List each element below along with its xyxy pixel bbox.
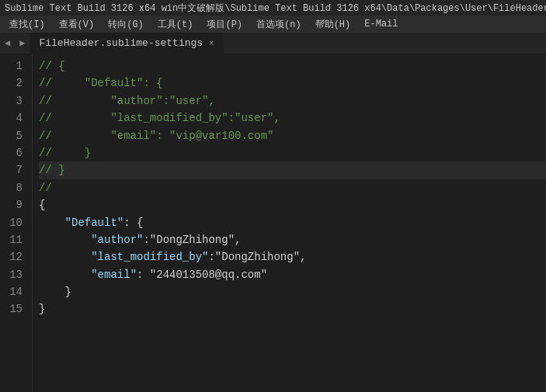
line-number: 13 [6,266,23,283]
line-number: 2 [6,75,23,92]
line-numbers: 123456789101112131415 [0,54,33,392]
tab-close-button[interactable]: × [209,39,214,48]
tab-label: FileHeader.sublime-settings [39,37,203,49]
menu-help[interactable]: 帮助(H) [309,16,357,33]
code-line: // "last_modified_by":"user", [39,109,546,127]
code-line: // "email": "vip@var100.com" [39,127,546,144]
line-number: 8 [6,179,23,196]
code-line: // [39,179,546,196]
menu-find[interactable]: 查找(I) [3,16,51,33]
line-number: 1 [6,57,23,75]
tab-fileheader[interactable]: FileHeader.sublime-settings × [30,33,224,54]
tab-nav-left[interactable]: ◀ [0,33,15,54]
line-number: 7 [6,161,23,179]
code-line: } [39,300,546,317]
code-content[interactable]: // {// "Default": {// "author":"user",//… [33,54,546,392]
title-bar: Sublime Text Build 3126 x64 win中文破解版\Sub… [0,0,546,16]
code-line: // "author":"user", [39,92,546,109]
code-line: } [39,283,546,300]
line-number: 9 [6,196,23,213]
menu-view[interactable]: 查看(V) [53,16,101,33]
menu-email[interactable]: E-Mail [358,17,404,31]
code-line: "email": "244013508@qq.com" [39,266,546,283]
line-number: 14 [6,283,23,300]
line-number: 12 [6,248,23,265]
code-line: // { [39,57,546,75]
line-number: 15 [6,300,23,317]
line-number: 10 [6,214,23,231]
line-number: 11 [6,231,23,248]
title-text: Sublime Text Build 3126 x64 win中文破解版\Sub… [5,2,546,15]
menu-project[interactable]: 项目(P) [200,16,249,33]
code-line: // "Default": { [39,75,546,92]
line-number: 4 [6,109,23,127]
line-number: 5 [6,127,23,144]
tab-nav-right[interactable]: ▶ [15,33,30,54]
menu-bar: 查找(I) 查看(V) 转向(G) 工具(t) 项目(P) 首选项(n) 帮助(… [0,16,546,33]
editor-area: 123456789101112131415 // {// "Default": … [0,54,546,392]
menu-tools[interactable]: 工具(t) [151,16,200,33]
menu-preferences[interactable]: 首选项(n) [250,16,308,33]
code-line: // } [39,144,546,161]
code-line: "author":"DongZhihong", [39,231,546,248]
code-line: "Default": { [39,214,546,231]
line-number: 3 [6,92,23,109]
tab-bar: ◀ ▶ FileHeader.sublime-settings × [0,33,546,54]
code-line: "last_modified_by":"DongZhihong", [39,248,546,265]
code-line: { [39,196,546,213]
menu-goto[interactable]: 转向(G) [102,16,150,33]
code-line: // } [39,161,546,179]
line-number: 6 [6,144,23,161]
